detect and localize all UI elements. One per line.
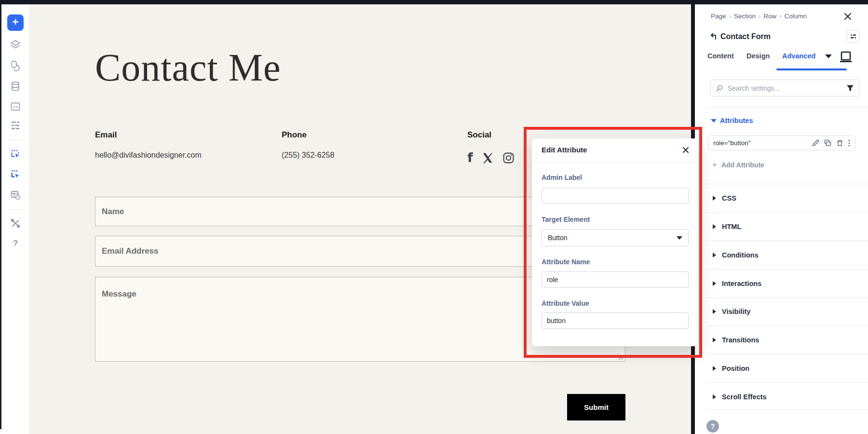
social-icons-row: f [467,150,515,165]
panel-divider [706,269,868,270]
attribute-item[interactable]: role="button" [708,136,856,150]
module-title: Contact Form [720,32,771,41]
collapsed-caret-icon [713,366,716,371]
panel-divider [706,382,868,383]
more-options-kebab-icon[interactable] [848,139,851,147]
panel-divider [706,107,868,108]
collapsed-caret-icon [713,253,716,258]
panel-divider [706,212,868,213]
target-element-label: Target Element [542,216,590,223]
tab-options-caret-icon[interactable] [825,54,832,58]
close-panel-icon[interactable] [843,12,852,21]
dots-grid-icon [847,30,859,42]
section-label: Position [722,365,749,372]
delete-trash-icon[interactable] [836,139,844,147]
saved-layouts-icon[interactable] [10,101,21,112]
duplicate-icon[interactable] [824,139,832,147]
phone-value: (255) 352-6258 [282,151,334,160]
tools-icon[interactable] [10,217,21,229]
page-title: Contact Me [95,48,281,87]
builder-sidebar: + ? [1,4,29,434]
collapsed-caret-icon [713,281,716,286]
add-attribute-label: Add Attribute [721,161,764,169]
breadcrumb-row[interactable]: Row [763,13,776,20]
attribute-value-input[interactable] [542,312,689,329]
section-transitions[interactable]: Transitions [706,330,861,350]
modal-close-icon[interactable] [682,146,690,154]
plus-icon: + [712,161,717,169]
section-label: HTML [722,223,741,231]
target-element-select[interactable]: Button [542,229,689,246]
desktop-preview-icon[interactable] [839,51,853,63]
database-icon[interactable] [10,81,21,92]
panel-divider [706,409,868,410]
section-css[interactable]: CSS [706,189,861,208]
active-tab-underline [776,68,847,70]
panel-divider [706,184,868,184]
wireframe-rows-icon[interactable] [10,120,21,131]
breadcrumb: Page›Section›Row›Column [711,13,807,20]
email-value: hello@divifashiondesigner.com [95,151,202,160]
modal-title: Edit Attribute [542,146,587,154]
attributes-collapse-caret-icon[interactable] [711,119,717,122]
tab-advanced[interactable]: Advanced [782,52,815,60]
collapsed-caret-icon [713,196,716,201]
attribute-name-input[interactable] [542,271,689,288]
section-scroll-effects[interactable]: Scroll Effects [706,387,861,407]
section-interactions[interactable]: Interactions [706,274,861,293]
hover-mode-icon[interactable] [10,149,21,160]
layers-icon[interactable] [10,39,21,51]
search-input[interactable] [727,84,846,93]
sidebar-help-button[interactable]: ? [10,238,21,249]
select-caret-icon [677,236,682,240]
sidebar-divider [8,209,23,210]
submit-button[interactable]: Submit [567,394,625,420]
top-bar [0,0,868,4]
panel-help-button[interactable]: ? [706,420,719,433]
section-conditions[interactable]: Conditions [706,245,861,265]
design-presets-icon[interactable] [10,60,21,71]
layout-manager-icon[interactable] [10,190,21,201]
back-arrow-icon[interactable] [709,33,717,41]
breadcrumb-section[interactable]: Section [734,13,756,20]
section-label: Scroll Effects [722,393,767,401]
search-settings-box[interactable] [710,80,859,96]
expand-settings-button[interactable] [847,30,860,43]
textarea-resize-handle[interactable] [616,353,624,361]
instagram-icon[interactable] [502,152,515,164]
admin-label-input[interactable] [542,188,689,204]
divi-builder-window: + ? Contact Me Email hello@divifashionde… [0,0,868,434]
collapsed-caret-icon [713,309,716,314]
breadcrumb-column[interactable]: Column [785,13,807,20]
section-html[interactable]: HTML [706,217,861,236]
sidebar-divider [8,140,23,140]
tab-design[interactable]: Design [746,52,770,60]
section-visibility[interactable]: Visibility [706,302,861,321]
attribute-code: role="button" [713,139,808,147]
plus-icon: + [13,17,19,27]
email-column-label: Email [95,130,117,140]
add-module-button[interactable]: + [7,14,24,31]
collapsed-caret-icon [713,224,716,229]
edit-attribute-modal: Edit Attribute Admin Label Target Elemen… [532,138,698,346]
social-column-label: Social [467,130,491,140]
chevron-separator: › [779,13,781,20]
section-position[interactable]: Position [706,359,861,378]
facebook-icon[interactable]: f [467,150,473,165]
click-mode-icon[interactable] [10,169,21,180]
tab-content[interactable]: Content [707,52,734,60]
breadcrumb-page[interactable]: Page [711,13,726,20]
attributes-section-title[interactable]: Attributes [720,117,753,124]
chevron-separator: › [759,13,760,20]
filter-funnel-icon[interactable] [846,84,854,92]
section-label: Conditions [722,251,759,259]
collapsed-caret-icon [713,338,716,342]
add-attribute-button[interactable]: + Add Attribute [712,161,764,169]
panel-divider [706,326,868,326]
section-label: Transitions [722,336,759,344]
attribute-value-label: Attribute Value [542,299,589,307]
section-label: Interactions [722,280,761,287]
panel-divider [706,298,868,298]
edit-pencil-icon[interactable] [812,139,820,147]
x-twitter-icon[interactable] [482,152,494,164]
